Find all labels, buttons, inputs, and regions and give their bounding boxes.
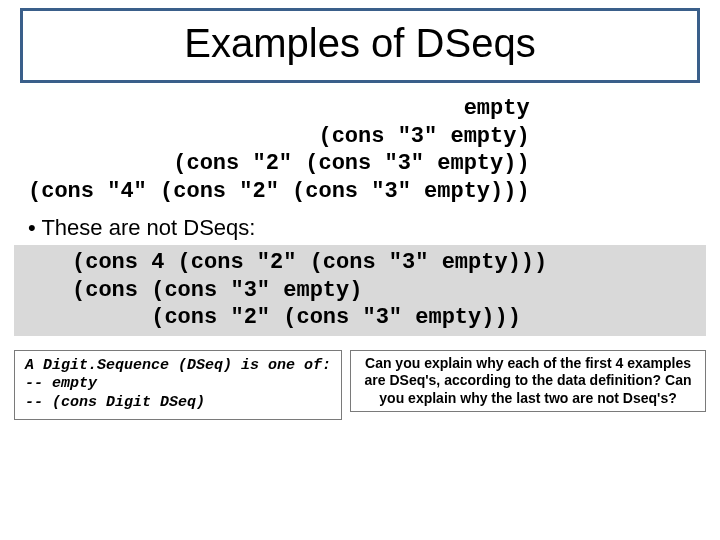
good-examples-code: empty (cons "3" empty) (cons "2" (cons "… <box>0 95 720 205</box>
title-box: Examples of DSeqs <box>20 8 700 83</box>
page-title: Examples of DSeqs <box>23 21 697 66</box>
not-dseqs-label: These are not DSeqs: <box>0 215 720 241</box>
bad-examples-code: (cons 4 (cons "2" (cons "3" empty))) (co… <box>14 245 706 336</box>
definition-box: A Digit.Sequence (DSeq) is one of: -- em… <box>14 350 342 420</box>
question-box: Can you explain why each of the first 4 … <box>350 350 706 413</box>
question-text: Can you explain why each of the first 4 … <box>365 355 692 406</box>
bottom-row: A Digit.Sequence (DSeq) is one of: -- em… <box>0 336 720 420</box>
